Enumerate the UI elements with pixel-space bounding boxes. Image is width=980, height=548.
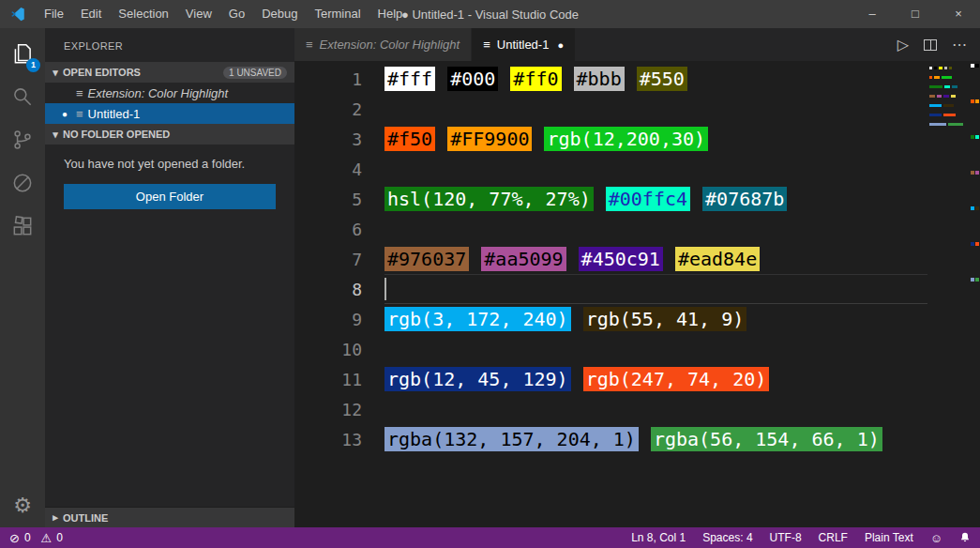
editor-line[interactable]: 12 (294, 394, 927, 424)
warning-count[interactable]: 0 (56, 531, 63, 544)
editor-line[interactable]: 6 (294, 214, 927, 244)
line-number[interactable]: 10 (294, 340, 362, 359)
tab-untitled-1[interactable]: ≡ Untitled-1 ● (472, 28, 576, 61)
color-token[interactable]: #bbb (574, 67, 625, 91)
line-number[interactable]: 5 (294, 190, 362, 209)
color-token[interactable]: #00ffc4 (606, 187, 690, 211)
color-token[interactable]: hsl(120, 77%, 27%) (384, 187, 594, 211)
color-token[interactable]: rgb(12,200,30) (544, 127, 708, 151)
no-folder-label: NO FOLDER OPENED (63, 129, 170, 140)
activity-search[interactable] (0, 75, 45, 118)
activity-debug[interactable] (0, 161, 45, 205)
menu-file[interactable]: File (36, 0, 72, 28)
open-editor-label: Extension: Color Highlight (88, 86, 229, 100)
line-number[interactable]: 8 (294, 280, 362, 299)
status-eol[interactable]: CRLF (819, 531, 848, 544)
color-token[interactable]: rgb(3, 172, 240) (384, 307, 571, 331)
menu-terminal[interactable]: Terminal (306, 0, 369, 28)
editor-line[interactable]: 7#976037#aa5099#450c91#ead84e (294, 244, 927, 274)
color-token[interactable]: #ff0 (510, 67, 561, 91)
status-encoding[interactable]: UTF-8 (770, 531, 802, 544)
line-number[interactable]: 1 (294, 69, 362, 89)
tab-extension-color-highlight[interactable]: ≡ Extension: Color Highlight (294, 28, 472, 61)
editor-line[interactable]: 4 (294, 154, 927, 184)
color-token[interactable]: #f50 (384, 127, 435, 151)
editor-line[interactable]: 11rgb(12, 45, 129)rgb(247, 74, 20) (294, 364, 927, 394)
dirty-indicator-icon[interactable]: ● (557, 39, 564, 51)
overview-mark (971, 278, 974, 282)
vscode-window: File Edit Selection View Go Debug Termin… (0, 0, 980, 548)
minimize-button[interactable]: – (851, 0, 894, 28)
error-count[interactable]: 0 (24, 531, 31, 544)
more-actions-icon[interactable]: ⋯ (952, 36, 967, 53)
overview-mark (971, 242, 974, 246)
color-token[interactable]: #07687b (702, 187, 787, 211)
run-icon[interactable]: ▷ (897, 36, 909, 53)
bell-icon[interactable] (959, 531, 971, 544)
feedback-smiley-icon[interactable]: ☺ (930, 532, 942, 544)
color-token[interactable]: rgb(55, 41, 9) (583, 307, 747, 331)
color-token[interactable]: rgb(12, 45, 129) (384, 367, 571, 391)
open-editor-item-extension[interactable]: ≡ Extension: Color Highlight (45, 83, 294, 103)
menu-selection[interactable]: Selection (110, 0, 176, 28)
color-token[interactable]: #450c91 (579, 247, 663, 271)
editor-line[interactable]: 3#f50#FF9900rgb(12,200,30) (294, 124, 927, 154)
maximize-button[interactable]: □ (894, 0, 937, 28)
open-editor-item-untitled[interactable]: ● ≡ Untitled-1 (45, 103, 294, 124)
color-token[interactable]: #550 (637, 67, 687, 91)
close-button[interactable]: × (937, 0, 980, 28)
editor-line[interactable]: 13rgba(132, 157, 204, 1)rgba(56, 154, 66… (294, 424, 927, 454)
color-token[interactable]: rgba(56, 154, 66, 1) (651, 427, 882, 451)
menu-view[interactable]: View (177, 0, 220, 28)
status-indentation[interactable]: Spaces: 4 (702, 531, 752, 544)
editor-line[interactable]: 8 (294, 274, 927, 304)
line-number[interactable]: 7 (294, 250, 362, 269)
line-number[interactable]: 6 (294, 220, 362, 239)
line-number[interactable]: 9 (294, 310, 362, 329)
color-token[interactable]: rgba(132, 157, 204, 1) (384, 427, 639, 451)
editor-line[interactable]: 10 (294, 334, 927, 364)
line-number[interactable]: 13 (294, 430, 362, 449)
menu-help[interactable]: Help (369, 0, 412, 28)
color-token[interactable]: #fff (384, 67, 435, 91)
editor-line[interactable]: 5hsl(120, 77%, 27%)#00ffc4#07687b (294, 184, 927, 214)
color-token[interactable]: rgb(247, 74, 20) (583, 367, 770, 391)
line-number[interactable]: 3 (294, 129, 362, 149)
status-language[interactable]: Plain Text (865, 531, 913, 544)
color-token[interactable]: #aa5099 (481, 247, 565, 271)
minimap-line (927, 104, 971, 107)
activity-source-control[interactable] (0, 118, 45, 161)
minimap[interactable] (927, 61, 971, 527)
overview-ruler[interactable] (971, 61, 980, 527)
open-editors-header[interactable]: ▾ OPEN EDITORS 1 UNSAVED (45, 62, 294, 83)
chevron-right-icon: ▸ (48, 511, 63, 524)
status-line-col[interactable]: Ln 8, Col 1 (631, 531, 686, 544)
activity-explorer[interactable]: 1 (0, 32, 45, 75)
color-token[interactable]: #976037 (384, 247, 469, 271)
editor-line[interactable]: 1#fff#000#ff0#bbb#550 (294, 64, 927, 94)
editor-lines[interactable]: 1#fff#000#ff0#bbb#55023#f50#FF9900rgb(12… (294, 61, 927, 527)
menu-edit[interactable]: Edit (72, 0, 110, 28)
open-folder-button[interactable]: Open Folder (64, 184, 276, 209)
settings-gear-icon[interactable]: ⚙ (13, 494, 32, 518)
color-token[interactable]: #FF9900 (447, 127, 532, 151)
line-number[interactable]: 12 (294, 400, 362, 419)
menu-go[interactable]: Go (220, 0, 253, 28)
vscode-logo-icon (9, 6, 26, 23)
menu-debug[interactable]: Debug (253, 0, 306, 28)
split-editor-icon[interactable] (924, 39, 937, 51)
error-icon[interactable]: ⊘ (9, 532, 20, 544)
activity-extensions[interactable] (0, 205, 45, 248)
editor-line[interactable]: 9rgb(3, 172, 240)rgb(55, 41, 9) (294, 304, 927, 334)
color-token[interactable]: #000 (447, 67, 498, 91)
outline-header[interactable]: ▸ OUTLINE (45, 507, 294, 527)
line-number[interactable]: 4 (294, 160, 362, 179)
no-folder-header[interactable]: ▾ NO FOLDER OPENED (45, 124, 294, 145)
overview-mark (975, 206, 979, 210)
color-token[interactable]: #ead84e (675, 247, 760, 271)
warning-icon[interactable]: ⚠ (41, 532, 53, 544)
editor-line[interactable]: 2 (294, 94, 927, 124)
line-number[interactable]: 11 (294, 370, 362, 389)
line-number[interactable]: 2 (294, 99, 362, 119)
overview-mark (975, 99, 979, 103)
